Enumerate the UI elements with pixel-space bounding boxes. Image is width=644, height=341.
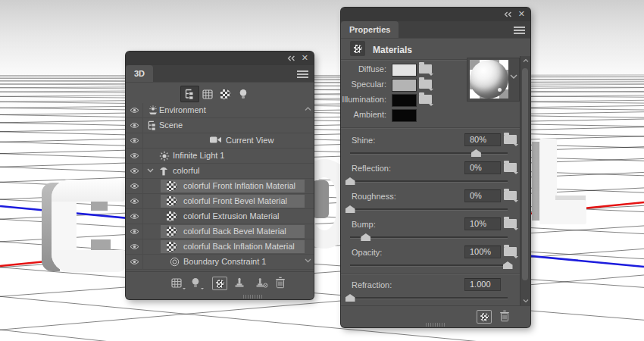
material-picker-chevron-icon[interactable] <box>510 74 517 80</box>
3d-row-extrusion-material[interactable]: colorful Extrusion Material <box>126 209 314 224</box>
specular-highlight <box>498 88 502 92</box>
refraction-slider-thumb[interactable] <box>345 294 355 302</box>
roughness-texture-folder-icon[interactable] <box>504 191 517 200</box>
filter-lights-button[interactable] <box>233 86 252 102</box>
collapse-to-icons-icon[interactable] <box>287 55 295 61</box>
3d-row-back-inflation-material[interactable]: colorful Back Inflation Material <box>126 239 314 255</box>
add-mesh-button[interactable] <box>171 278 182 288</box>
visibility-toggle[interactable] <box>126 239 143 254</box>
visibility-toggle[interactable] <box>126 255 143 269</box>
close-icon[interactable]: ✕ <box>518 9 525 19</box>
opacity-value-field[interactable]: 100% <box>464 246 501 258</box>
shine-value-field[interactable]: 80% <box>464 133 501 146</box>
material-preview[interactable] <box>470 60 508 99</box>
filter-meshes-button[interactable] <box>198 86 217 102</box>
scroll-down-icon[interactable] <box>523 299 529 303</box>
illumination-swatch[interactable] <box>392 94 417 107</box>
instance-stamp-button[interactable] <box>234 277 245 288</box>
bump-slider-thumb[interactable] <box>361 233 370 241</box>
render-button[interactable] <box>477 311 491 323</box>
add-light-button[interactable] <box>191 277 200 288</box>
collapse-to-icons-icon[interactable] <box>504 11 512 17</box>
properties-scrollbar[interactable] <box>520 56 530 305</box>
delete-button[interactable] <box>499 310 510 322</box>
material-icon <box>167 181 177 191</box>
3d-panel-tabstrip: 3D <box>126 65 314 83</box>
eye-icon <box>130 152 139 159</box>
3d-row-scene[interactable]: Scene <box>126 118 314 133</box>
3d-row-boundary-constraint[interactable]: Boundary Constraint 1 <box>126 255 314 270</box>
3d-row-environment[interactable]: Environment <box>126 103 314 118</box>
visibility-toggle[interactable] <box>126 179 143 193</box>
bump-label: Bump: <box>352 220 376 229</box>
tab-properties[interactable]: Properties <box>341 21 399 38</box>
shine-texture-folder-icon[interactable] <box>504 135 517 144</box>
bump-value-field[interactable]: 10% <box>464 217 501 230</box>
visibility-toggle[interactable] <box>126 224 143 239</box>
visibility-toggle[interactable] <box>126 164 143 178</box>
ambient-swatch[interactable] <box>392 109 417 122</box>
shine-slider-thumb[interactable] <box>471 149 481 157</box>
scroll-up-icon[interactable] <box>305 107 311 111</box>
properties-toolbar <box>341 305 530 327</box>
illumination-texture-folder-icon[interactable] <box>419 95 432 104</box>
diffuse-texture-folder-icon[interactable] <box>419 64 432 74</box>
opacity-slider-thumb[interactable] <box>503 261 513 269</box>
letter-c-bottom-arm <box>52 250 127 272</box>
visibility-toggle[interactable] <box>126 133 143 148</box>
scroll-down-icon[interactable] <box>305 258 311 263</box>
constraint-icon <box>170 257 180 267</box>
reflection-value-field[interactable]: 0% <box>464 161 501 174</box>
reflection-slider-thumb[interactable] <box>345 177 355 185</box>
specular-swatch[interactable] <box>392 79 417 92</box>
eye-icon <box>130 228 139 235</box>
render-settings-button[interactable] <box>213 277 227 289</box>
3d-row-front-bevel-material[interactable]: colorful Front Bevel Material <box>126 194 314 209</box>
refraction-value-field[interactable]: 1.000 <box>464 278 501 291</box>
tab-3d[interactable]: 3D <box>126 65 153 82</box>
reflection-texture-folder-icon[interactable] <box>504 163 517 172</box>
roughness-slider-thumb[interactable] <box>345 205 355 213</box>
refraction-slider[interactable] <box>350 297 508 299</box>
bump-texture-folder-icon[interactable] <box>504 219 517 228</box>
opacity-texture-folder-icon[interactable] <box>504 247 517 256</box>
visibility-toggle[interactable] <box>126 149 143 163</box>
3d-row-back-bevel-material[interactable]: colorful Back Bevel Material <box>126 224 314 239</box>
3d-row-front-inflation-material[interactable]: colorful Front Inflation Material <box>126 179 314 194</box>
delete-instance-stamp-button[interactable] <box>255 277 268 288</box>
diffuse-swatch[interactable] <box>392 64 417 77</box>
3d-row-infinite-light-1[interactable]: Infinite Light 1 <box>126 149 314 164</box>
panel-resize-grip[interactable] <box>426 323 445 327</box>
close-icon[interactable]: ✕ <box>302 53 308 63</box>
visibility-toggle[interactable] <box>126 209 143 224</box>
scroll-up-icon[interactable] <box>523 58 529 63</box>
row-label: colorful Extrusion Material <box>183 211 280 221</box>
filter-whole-scene-button[interactable] <box>180 86 199 102</box>
roughness-value-field[interactable]: 0% <box>464 189 501 202</box>
roughness-slider[interactable] <box>350 208 508 210</box>
bump-slider[interactable] <box>350 236 508 238</box>
scene-tree-icon <box>184 89 196 99</box>
shine-slider[interactable] <box>350 152 508 154</box>
specular-texture-folder-icon[interactable] <box>419 80 432 89</box>
infinite-light-icon <box>159 151 170 161</box>
delete-button[interactable] <box>275 277 286 289</box>
scrollbar-thumb[interactable] <box>522 68 528 280</box>
letter-c-arm-face <box>91 202 108 211</box>
visibility-toggle[interactable] <box>126 194 143 208</box>
filter-materials-button[interactable] <box>216 86 235 102</box>
panel-resize-grip[interactable] <box>243 295 263 299</box>
panel-menu-icon[interactable] <box>297 70 308 72</box>
letter-l-stem <box>539 139 557 224</box>
opacity-slider[interactable] <box>350 264 508 266</box>
diffuse-label: Diffuse: <box>341 64 386 74</box>
chevron-down-icon[interactable] <box>147 168 154 173</box>
reflection-slider[interactable] <box>350 180 508 182</box>
visibility-toggle[interactable] <box>126 118 143 133</box>
3d-row-colorful-mesh[interactable]: colorful <box>126 164 314 179</box>
panel-menu-icon[interactable] <box>514 27 525 28</box>
visibility-toggle[interactable] <box>126 103 143 117</box>
3d-row-current-view[interactable]: Current View <box>126 133 314 149</box>
3d-panel-titlebar[interactable]: ✕ <box>126 52 314 65</box>
properties-titlebar[interactable]: ✕ <box>341 8 530 21</box>
